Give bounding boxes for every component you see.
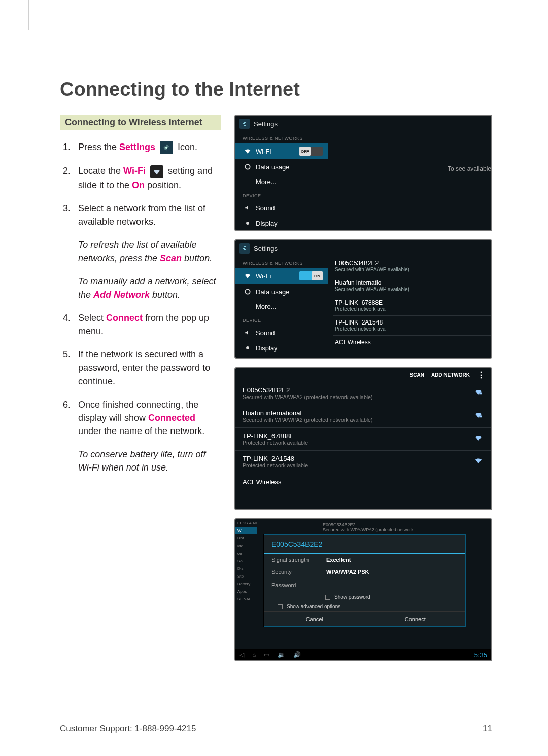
wifi-icon [244, 147, 252, 155]
network-item[interactable]: Huafun internationalSecured with WPA/WPA… [235, 405, 491, 428]
display-icon [244, 219, 252, 227]
network-item[interactable]: E005C534B2E2Secured with WPA/WPA2 (prote… [235, 382, 491, 405]
network-item[interactable]: TP-LINK_67888EProtected network ava [333, 296, 491, 316]
sidebar-item-storage[interactable]: Storage [235, 231, 328, 231]
settings-app-icon [239, 243, 250, 254]
status-clock: 5:35 [474, 651, 487, 659]
section-device: DEVICE [235, 189, 328, 200]
connect-button[interactable]: Connect [365, 612, 466, 626]
add-network-button[interactable]: ADD NETWORK [431, 372, 470, 378]
svg-rect-9 [244, 249, 246, 250]
svg-rect-14 [480, 416, 482, 418]
sidebar-item-more[interactable]: More... [235, 174, 328, 189]
wifi-secure-icon [474, 409, 484, 420]
recents-icon[interactable]: ▭ [264, 651, 269, 658]
scan-button[interactable]: SCAN [410, 372, 424, 378]
dialog-title: E005C534B2E2 [264, 535, 465, 554]
page-number: 11 [483, 724, 492, 734]
settings-title: Settings [254, 120, 278, 128]
vol-down-icon[interactable]: 🔉 [278, 651, 285, 658]
wifi-toggle-off[interactable]: OFF [299, 147, 323, 156]
wifi-off-message: To see available [333, 135, 491, 172]
document-page: Connecting to the Internet Connecting to… [0, 0, 548, 756]
network-item[interactable]: ACEWireless [333, 336, 491, 349]
svg-point-4 [245, 164, 250, 169]
wifi-icon [474, 455, 484, 466]
sidebar-item-display[interactable]: Display [235, 340, 328, 355]
note-scan: To refresh the list of available network… [78, 238, 221, 265]
data-usage-icon [244, 287, 252, 296]
wifi-icon [244, 272, 252, 280]
network-item[interactable]: TP-LINK_2A1548Protected network ava [333, 316, 491, 336]
network-item[interactable]: TP-LINK_2A1548Protected network availabl… [235, 451, 491, 474]
sound-icon [244, 204, 252, 212]
home-icon[interactable]: ⌂ [252, 651, 256, 658]
svg-rect-7 [244, 246, 246, 247]
network-item[interactable]: E005C534B2E2Secured with WPA/WP availabl… [333, 257, 491, 276]
instructions-column: Connecting to Wireless Internet Press th… [60, 115, 221, 661]
display-icon [244, 344, 252, 352]
svg-point-5 [246, 222, 249, 225]
section-wireless: WIRELESS & NETWORKS [235, 132, 328, 143]
svg-point-11 [246, 346, 249, 349]
sidebar-item-storage[interactable]: Storage [235, 355, 328, 359]
system-navbar: ◁ ⌂ ▭ 🔉 🔊 5:35 [235, 649, 491, 660]
network-item[interactable]: ACEWireless [235, 474, 491, 490]
sidebar-item-sound[interactable]: Sound [235, 325, 328, 340]
network-item[interactable]: TP-LINK_67888EProtected network availabl… [235, 428, 491, 451]
sound-icon [244, 329, 252, 337]
step-1: Press the Settings Icon. [60, 140, 221, 154]
show-password-checkbox[interactable]: Show password [264, 592, 465, 602]
note-battery: To conserve battery life, turn off Wi-Fi… [78, 448, 221, 474]
wifi-toggle-on[interactable]: ON [299, 271, 323, 280]
svg-rect-3 [244, 125, 246, 126]
sidebar-item-data-usage[interactable]: Data usage [235, 284, 328, 299]
step-3: Select a network from the list of availa… [60, 202, 221, 228]
footer-support: Customer Support: 1-888-999-4215 [60, 724, 196, 734]
sidebar-item-more[interactable]: More... [235, 299, 328, 314]
wifi-icon [150, 165, 163, 178]
password-input[interactable] [326, 581, 458, 589]
vol-up-icon[interactable]: 🔊 [293, 651, 301, 658]
settings-app-icon [239, 119, 250, 129]
svg-rect-2 [243, 123, 245, 124]
data-usage-icon [244, 163, 252, 171]
settings-title: Settings [254, 245, 278, 253]
step-2: Locate the Wi-Fi setting and slide it to… [60, 164, 221, 191]
overflow-menu-icon[interactable]: ⋮ [477, 373, 485, 378]
svg-rect-13 [480, 393, 482, 395]
screenshot-network-list: SCAN ADD NETWORK ⋮ E005C534B2E2Secured w… [234, 367, 492, 510]
cancel-button[interactable]: Cancel [264, 612, 365, 626]
sidebar-item-wifi[interactable]: Wi-Fi OFF [235, 143, 328, 159]
svg-point-10 [245, 289, 250, 294]
page-title: Connecting to the Internet [60, 79, 492, 100]
sidebar-item-display[interactable]: Display [235, 215, 328, 231]
network-item[interactable]: Huafun internatioSecured with WPA/WP ava… [333, 276, 491, 296]
svg-rect-1 [244, 122, 246, 123]
back-icon[interactable]: ◁ [239, 651, 244, 658]
sidebar-item-wifi[interactable]: Wi-Fi ON [235, 268, 328, 284]
svg-rect-8 [243, 248, 245, 249]
sidebar-item-sound[interactable]: Sound [235, 200, 328, 215]
section-heading: Connecting to Wireless Internet [60, 115, 221, 130]
step-4: Select Connect from the pop up menu. [60, 311, 221, 338]
wifi-secure-icon [474, 386, 484, 398]
screenshots-column: Settings WIRELESS & NETWORKS Wi-Fi OFF [234, 115, 492, 661]
settings-icon [160, 141, 173, 154]
screenshot-connect-dialog: LESS & NETWORKS Wi- Dat Mo ce So Dis Sto… [234, 518, 492, 661]
step-6: Once finished connecting, the display wi… [60, 398, 221, 438]
sidebar-item-data-usage[interactable]: Data usage [235, 159, 328, 174]
wifi-icon [474, 432, 484, 443]
screenshot-wifi-off: Settings WIRELESS & NETWORKS Wi-Fi OFF [234, 115, 492, 231]
connect-dialog: E005C534B2E2 Signal strengthExcellent Se… [264, 534, 466, 627]
step-5: If the network is secured with a passwor… [60, 348, 221, 387]
screenshot-wifi-on: Settings WIRELESS & NETWORKS Wi-Fi ON D [234, 239, 492, 359]
show-advanced-checkbox[interactable]: Show advanced options [264, 602, 465, 611]
note-add-network: To manually add a network, select the Ad… [78, 275, 221, 301]
